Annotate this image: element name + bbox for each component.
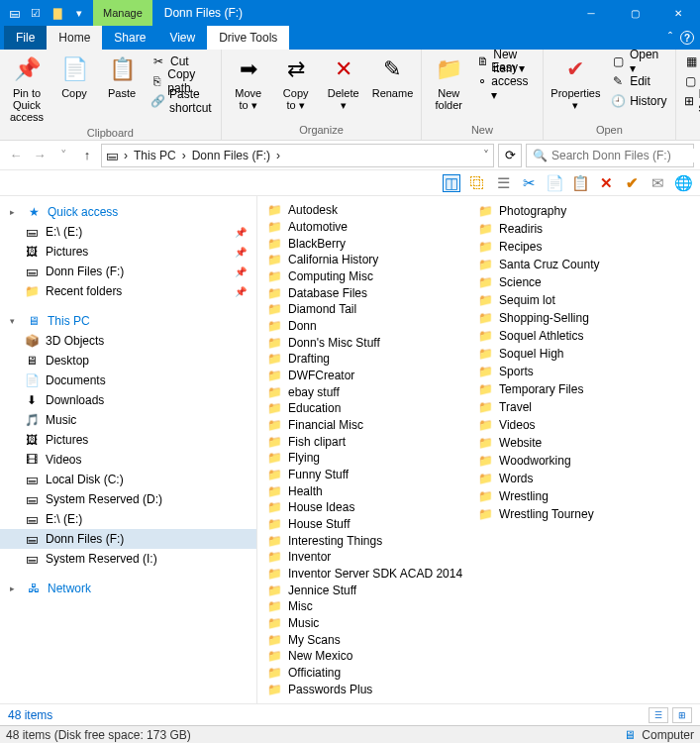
move-to-button[interactable]: ➡Move to ▾ — [226, 52, 271, 113]
folder-item[interactable]: 📁Shopping-Selling — [476, 309, 601, 327]
folder-item[interactable]: 📁Photography — [476, 202, 601, 220]
folder-item[interactable]: 📁New Mexico — [265, 648, 464, 665]
easy-access-button[interactable]: ⚬Easy access ▾ — [473, 71, 538, 91]
rename-button[interactable]: ✎Rename — [368, 52, 418, 101]
folder-item[interactable]: 📁Recipes — [476, 238, 601, 256]
folder-item[interactable]: 📁Autodesk — [265, 202, 464, 219]
nav-item[interactable]: 📁Recent folders📌 — [0, 281, 256, 301]
select-none-button[interactable]: ▢Select none — [680, 71, 700, 91]
folder-item[interactable]: 📁California History — [265, 252, 464, 268]
nav-back-button[interactable]: ← — [6, 144, 26, 167]
paste-shortcut-button[interactable]: 🔗Paste shortcut — [147, 91, 217, 111]
folder-item[interactable]: 📁Financial Misc — [265, 417, 464, 434]
folder-item[interactable]: 📁Officiating — [265, 665, 464, 682]
folder-item[interactable]: 📁Flying — [265, 450, 464, 467]
folder-item[interactable]: 📁My Scans — [265, 631, 464, 648]
folder-item[interactable]: 📁BlackBerry — [265, 235, 464, 252]
copy-to-button[interactable]: ⇄Copy to ▾ — [273, 52, 319, 113]
history-button[interactable]: 🕘History — [606, 91, 671, 111]
paste-icon[interactable]: 📋 — [571, 174, 589, 192]
folder-item[interactable]: 📁Temporary Files — [476, 380, 601, 398]
pin-to-quick-access-button[interactable]: 📌Pin to Quick access — [4, 52, 50, 125]
folder-item[interactable]: 📁Jennice Stuff — [265, 582, 464, 598]
folder-item[interactable]: 📁Sports — [476, 363, 601, 380]
folder-item[interactable]: 📁Interesting Things — [265, 532, 464, 549]
copy-button[interactable]: 📄Copy — [51, 52, 97, 101]
nav-item[interactable]: 🖴E:\ (E:) — [0, 509, 256, 529]
tab-file[interactable]: File — [4, 26, 47, 50]
nav-item[interactable]: 🖴System Reserved (I:) — [0, 549, 256, 569]
folder-item[interactable]: 📁Music — [265, 615, 464, 632]
help-icon[interactable]: ? — [680, 31, 694, 45]
folder-item[interactable]: 📁Soquel High — [476, 345, 601, 363]
folder-item[interactable]: 📁Donn's Misc Stuff — [265, 334, 464, 351]
breadcrumb-dropdown-icon[interactable]: ˅ — [483, 149, 489, 162]
nav-item[interactable]: 🖴Donn Files (F:)📌 — [0, 262, 256, 281]
select-all-button[interactable]: ▦Select all — [680, 52, 700, 71]
folder-item[interactable]: 📁ebay stuff — [265, 383, 464, 400]
folder-item[interactable]: 📁Website — [476, 434, 601, 452]
folder-item[interactable]: 📁Soquel Athletics — [476, 327, 601, 345]
folder-item[interactable]: 📁Donn — [265, 318, 464, 335]
close-button[interactable]: ✕ — [656, 0, 700, 26]
folder-item[interactable]: 📁Videos — [476, 416, 601, 434]
nav-item[interactable]: 🖼Pictures📌 — [0, 242, 256, 262]
tab-view[interactable]: View — [157, 26, 207, 50]
folder-item[interactable]: 📁Computing Misc — [265, 268, 464, 285]
nav-item[interactable]: 🖥Desktop — [0, 351, 256, 371]
folder-item[interactable]: 📁House Ideas — [265, 499, 464, 516]
folder-item[interactable]: 📁Database Files — [265, 284, 464, 301]
nav-up-button[interactable]: ↑ — [77, 144, 97, 167]
breadcrumb[interactable]: 🖴 › This PC › Donn Files (F:) › ˅ — [101, 144, 494, 167]
folder-item[interactable]: 📁Sequim lot — [476, 291, 601, 309]
properties-button[interactable]: ✔Properties ▾ — [548, 52, 605, 113]
maximize-button[interactable]: ▢ — [613, 0, 656, 26]
nav-item[interactable]: 📦3D Objects — [0, 331, 256, 351]
nav-item[interactable]: 🖴Donn Files (F:) — [0, 529, 256, 549]
nav-item[interactable]: 🖼Pictures — [0, 430, 256, 450]
nav-forward-button[interactable]: → — [30, 144, 50, 167]
search-input[interactable] — [551, 149, 700, 162]
breadcrumb-part[interactable]: Donn Files (F:) — [192, 149, 270, 162]
nav-this-pc[interactable]: ▾🖥This PC — [0, 311, 256, 331]
delete-button[interactable]: ✕Delete ▾ — [321, 52, 366, 113]
details-view-button[interactable]: ☰ — [649, 707, 668, 723]
tab-drive-tools[interactable]: Drive Tools — [207, 26, 289, 50]
preview-pane-icon[interactable]: ◫ — [443, 174, 460, 192]
nav-item[interactable]: 🎞Videos — [0, 450, 256, 470]
nav-item[interactable]: 🖴Local Disk (C:) — [0, 470, 256, 489]
cut-icon[interactable]: ✂ — [520, 174, 538, 192]
folder-item[interactable]: 📁Readiris — [476, 220, 601, 238]
open-button[interactable]: ▢Open ▾ — [606, 52, 671, 71]
copy2-icon[interactable]: 📄 — [546, 174, 563, 192]
minimize-button[interactable]: ─ — [569, 0, 613, 26]
edit-button[interactable]: ✎Edit — [606, 71, 671, 91]
nav-network[interactable]: ▸🖧Network — [0, 579, 256, 598]
folder-item[interactable]: 📁Funny Stuff — [265, 467, 464, 483]
paste-button[interactable]: 📋Paste — [99, 52, 145, 101]
folder-item[interactable]: 📁Education — [265, 400, 464, 417]
nav-item[interactable]: 🖴E:\ (E:)📌 — [0, 222, 256, 242]
folder-item[interactable]: 📁Automotive — [265, 219, 464, 236]
search-box[interactable]: 🔍 — [526, 144, 694, 167]
folder-item[interactable]: 📁Misc — [265, 598, 464, 615]
check-icon[interactable]: ✔ — [623, 174, 641, 192]
folder-item[interactable]: 📁Health — [265, 482, 464, 499]
qat-newfolder-icon[interactable]: ▇ — [48, 3, 67, 23]
large-icons-view-button[interactable]: ⊞ — [672, 707, 692, 723]
new-folder-button[interactable]: 📁New folder — [426, 52, 471, 113]
nav-quick-access[interactable]: ▸★Quick access — [0, 202, 256, 222]
qat-dropdown-icon[interactable]: ▾ — [69, 3, 89, 23]
delete-x-icon[interactable]: ✕ — [597, 174, 615, 192]
nav-recent-dropdown[interactable]: ˅ — [53, 144, 73, 167]
folder-item[interactable]: 📁Wrestling — [476, 487, 601, 505]
refresh-button[interactable]: ⟳ — [498, 144, 522, 167]
nav-item[interactable]: 🎵Music — [0, 410, 256, 430]
qat-properties-icon[interactable]: ☑ — [26, 3, 46, 23]
folder-item[interactable]: 📁Santa Cruz County — [476, 256, 601, 273]
folder-item[interactable]: 📁Inventor Server SDK ACAD 2014 — [265, 566, 464, 583]
folder-item[interactable]: 📁Passwords Plus — [265, 681, 464, 697]
folder-item[interactable]: 📁Fish clipart — [265, 433, 464, 450]
folder-item[interactable]: 📁Science — [476, 273, 601, 291]
nav-item[interactable]: 🖴System Reserved (D:) — [0, 489, 256, 509]
